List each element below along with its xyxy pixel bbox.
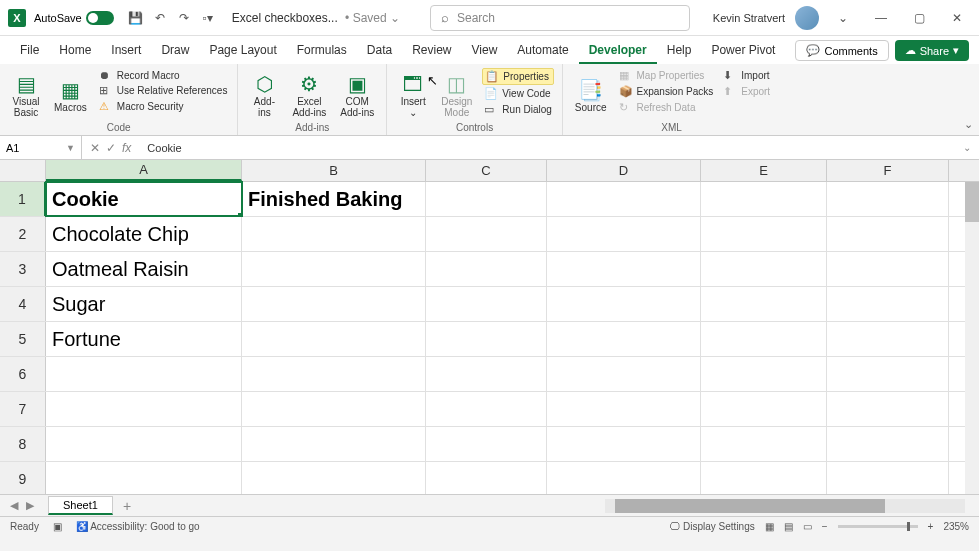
use-relative-references-button[interactable]: ⊞Use Relative References <box>97 83 230 98</box>
cell-D5[interactable] <box>547 322 701 356</box>
row-header-7[interactable]: 7 <box>0 392 46 426</box>
minimize-icon[interactable]: — <box>867 4 895 32</box>
zoom-level[interactable]: 235% <box>943 521 969 532</box>
macro-record-icon[interactable]: ▣ <box>53 521 62 532</box>
sheet-tab-sheet1[interactable]: Sheet1 <box>48 496 113 515</box>
tab-developer[interactable]: Developer <box>579 38 657 64</box>
run-dialog-button[interactable]: ▭Run Dialog <box>482 102 553 117</box>
column-header-A[interactable]: A <box>46 160 242 181</box>
tab-review[interactable]: Review <box>402 38 461 64</box>
cell-E6[interactable] <box>701 357 827 391</box>
row-header-4[interactable]: 4 <box>0 287 46 321</box>
save-icon[interactable]: 💾 <box>127 9 145 27</box>
page-layout-view-icon[interactable]: ▤ <box>784 521 793 532</box>
cell-C9[interactable] <box>426 462 547 496</box>
row-header-8[interactable]: 8 <box>0 427 46 461</box>
tab-view[interactable]: View <box>462 38 508 64</box>
display-settings-button[interactable]: 🖵 Display Settings <box>670 521 754 532</box>
cell-A1[interactable]: Cookie <box>46 182 242 216</box>
formula-input[interactable]: Cookie <box>139 142 955 154</box>
column-header-C[interactable]: C <box>426 160 547 181</box>
prev-sheet-icon[interactable]: ◀ <box>10 499 18 512</box>
cell-A8[interactable] <box>46 427 242 461</box>
cell-F3[interactable] <box>827 252 949 286</box>
cell-A4[interactable]: Sugar <box>46 287 242 321</box>
chevron-down-icon[interactable]: ▼ <box>66 143 75 153</box>
cell-F7[interactable] <box>827 392 949 426</box>
scrollbar-thumb[interactable] <box>965 182 979 222</box>
accessibility-status[interactable]: ♿ Accessibility: Good to go <box>76 521 200 532</box>
cell-B8[interactable] <box>242 427 426 461</box>
cell-E5[interactable] <box>701 322 827 356</box>
insert-button[interactable]: 🗔Insert⌄ <box>395 68 431 122</box>
cell-B9[interactable] <box>242 462 426 496</box>
tab-automate[interactable]: Automate <box>507 38 578 64</box>
user-name[interactable]: Kevin Stratvert <box>713 12 785 24</box>
cell-C1[interactable] <box>426 182 547 216</box>
column-header-D[interactable]: D <box>547 160 701 181</box>
select-all-corner[interactable] <box>0 160 46 181</box>
add-sheet-button[interactable]: + <box>123 498 131 514</box>
redo-icon[interactable]: ↷ <box>175 9 193 27</box>
cell-F9[interactable] <box>827 462 949 496</box>
macros-button[interactable]: ▦ Macros <box>50 68 91 122</box>
spreadsheet-grid[interactable]: ABCDEF 1CookieFinished Baking2Chocolate … <box>0 160 979 494</box>
cell-A5[interactable]: Fortune <box>46 322 242 356</box>
cell-B7[interactable] <box>242 392 426 426</box>
scrollbar-thumb[interactable] <box>615 499 885 513</box>
share-button[interactable]: ☁ Share ▾ <box>895 40 969 61</box>
column-header-F[interactable]: F <box>827 160 949 181</box>
zoom-slider[interactable] <box>838 525 918 528</box>
row-header-3[interactable]: 3 <box>0 252 46 286</box>
cell-B2[interactable] <box>242 217 426 251</box>
column-header-B[interactable]: B <box>242 160 426 181</box>
toggle-on-icon[interactable] <box>86 11 114 25</box>
import-button[interactable]: ⬇Import <box>721 68 772 83</box>
cell-C5[interactable] <box>426 322 547 356</box>
cell-A6[interactable] <box>46 357 242 391</box>
cell-D8[interactable] <box>547 427 701 461</box>
cell-B5[interactable] <box>242 322 426 356</box>
fx-icon[interactable]: fx <box>122 141 131 155</box>
cell-D7[interactable] <box>547 392 701 426</box>
user-avatar[interactable] <box>795 6 819 30</box>
name-box[interactable]: A1 ▼ <box>0 136 82 159</box>
com-addins-button[interactable]: ▣COM Add-ins <box>336 68 378 122</box>
addins-button[interactable]: ⬡Add- ins <box>246 68 282 122</box>
tab-home[interactable]: Home <box>49 38 101 64</box>
vertical-scrollbar[interactable] <box>965 182 979 494</box>
record-macro-button[interactable]: ⏺Record Macro <box>97 68 230 82</box>
undo-icon[interactable]: ↶ <box>151 9 169 27</box>
column-header-E[interactable]: E <box>701 160 827 181</box>
cell-C6[interactable] <box>426 357 547 391</box>
cell-F1[interactable] <box>827 182 949 216</box>
macro-security-button[interactable]: ⚠Macro Security <box>97 99 230 114</box>
cell-D3[interactable] <box>547 252 701 286</box>
cell-A2[interactable]: Chocolate Chip <box>46 217 242 251</box>
cell-C4[interactable] <box>426 287 547 321</box>
horizontal-scrollbar[interactable] <box>605 499 965 513</box>
cell-E2[interactable] <box>701 217 827 251</box>
cell-E4[interactable] <box>701 287 827 321</box>
row-header-9[interactable]: 9 <box>0 462 46 496</box>
cell-D2[interactable] <box>547 217 701 251</box>
cell-A7[interactable] <box>46 392 242 426</box>
autosave-toggle[interactable]: AutoSave <box>34 11 114 25</box>
cell-F4[interactable] <box>827 287 949 321</box>
document-name[interactable]: Excel checkboxes... • Saved ⌄ <box>232 11 400 25</box>
cell-D6[interactable] <box>547 357 701 391</box>
cell-E1[interactable] <box>701 182 827 216</box>
qat-dropdown-icon[interactable]: ▫▾ <box>199 9 217 27</box>
cell-E7[interactable] <box>701 392 827 426</box>
cell-A3[interactable]: Oatmeal Raisin <box>46 252 242 286</box>
tab-draw[interactable]: Draw <box>151 38 199 64</box>
comments-button[interactable]: 💬 Comments <box>795 40 888 61</box>
close-icon[interactable]: ✕ <box>943 4 971 32</box>
expansion-packs-button[interactable]: 📦Expansion Packs <box>617 84 716 99</box>
next-sheet-icon[interactable]: ▶ <box>26 499 34 512</box>
cell-E9[interactable] <box>701 462 827 496</box>
cell-D9[interactable] <box>547 462 701 496</box>
confirm-formula-icon[interactable]: ✓ <box>106 141 116 155</box>
row-header-6[interactable]: 6 <box>0 357 46 391</box>
row-header-2[interactable]: 2 <box>0 217 46 251</box>
